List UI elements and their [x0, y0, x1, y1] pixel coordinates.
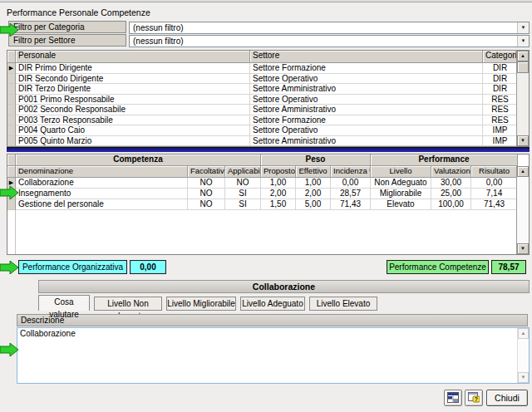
performance-organizzativa-label: Performance Organizzativa: [18, 260, 127, 274]
cell-settore: Settore Operativo: [250, 74, 483, 85]
cell-personale: DIR Terzo Dirigente: [16, 84, 250, 95]
cell-categoria: IMP: [483, 125, 518, 136]
cell-categoria: DIR: [483, 74, 518, 85]
description-textarea[interactable]: Collaborazione ▲ ▼: [17, 327, 530, 384]
description-text: Collaborazione: [20, 329, 76, 338]
table-row[interactable]: DIR Secondo Dirigente Settore Operativo …: [7, 74, 529, 85]
scroll-up-icon[interactable]: ▲: [517, 166, 529, 177]
cell-categoria: RES: [483, 105, 518, 115]
cell-settore: Settore Amministrativo: [250, 136, 483, 147]
cell-personale: P004 Quarto Caio: [16, 125, 250, 136]
description-scrollbar[interactable]: ▲ ▼: [517, 328, 529, 383]
table-empty-area: [7, 210, 529, 254]
table-row[interactable]: P002 Secondo Responsabile Settore Ammini…: [7, 105, 529, 115]
column-header-personale: Personale: [16, 51, 250, 63]
cell-categoria: RES: [483, 95, 518, 105]
cell-proposto: 1,50: [261, 199, 296, 210]
table-row[interactable]: ▶ Collaborazione NO NO 1,00 1,00 0,00 No…: [7, 178, 529, 189]
table-row[interactable]: P003 Terzo Responsabile Settore Formazio…: [7, 115, 529, 126]
cell-categoria: RES: [483, 115, 518, 126]
table-row[interactable]: P005 Quinto Marzio Settore Amministrativ…: [7, 136, 529, 147]
cell-personale: DIR Secondo Dirigente: [16, 74, 250, 85]
cell-denominazione: Insegnamento: [16, 189, 188, 199]
cell-livello: Migliorabile: [371, 189, 431, 199]
table-row[interactable]: Insegnamento NO SI 2,00 2,00 28,57 Migli…: [7, 189, 529, 199]
scrollbar-thumb[interactable]: [517, 61, 529, 73]
table-row[interactable]: ▶ DIR Primo Dirigente Settore Formazione…: [7, 63, 529, 74]
scroll-down-icon[interactable]: ▼: [517, 135, 529, 146]
cell-applicabile: SI: [225, 199, 261, 210]
competence-table-scrollbar[interactable]: ▲ ▼: [516, 166, 529, 254]
column-header-categoria: Categoria: [483, 51, 518, 63]
tab-cosa-valutare[interactable]: Cosa valutare: [38, 295, 90, 311]
section-separator: [7, 147, 530, 152]
scroll-down-icon[interactable]: ▼: [517, 243, 529, 254]
tab-livello-non-adeguato[interactable]: Livello Non adeguato: [94, 297, 162, 311]
column-header-applicabile: Applicabile: [225, 166, 261, 178]
annotation-arrow: [0, 23, 19, 37]
chevron-down-icon[interactable]: ▼: [517, 22, 529, 33]
cell-incidenza: 0,00: [331, 178, 371, 189]
cell-settore: Settore Formazione: [250, 63, 483, 74]
personnel-table-scrollbar[interactable]: ▲ ▼: [516, 51, 529, 146]
tab-livello-elevato[interactable]: Livello Elevato: [309, 297, 377, 311]
selector-header-cell: [7, 166, 16, 178]
cell-settore: Settore Formazione: [250, 115, 483, 126]
grid-icon: [447, 392, 459, 403]
cell-livello: Elevato: [371, 199, 431, 210]
column-header-settore: Settore: [250, 51, 483, 63]
cell-facoltativo: NO: [188, 189, 225, 199]
selector-header-cell: [7, 51, 16, 63]
competence-table: Competenza Peso Performance Denominazion…: [7, 154, 530, 255]
cell-valutazione: 25,00: [431, 189, 471, 199]
cell-facoltativo: NO: [188, 178, 225, 189]
filter-settore-label: Filtro per Settore: [8, 34, 126, 47]
table-row[interactable]: P004 Quarto Caio Settore Operativo IMP: [7, 125, 529, 136]
cell-personale: P003 Terzo Responsabile: [16, 115, 250, 126]
cell-categoria: DIR: [483, 63, 518, 74]
cell-risultato: 71,43: [471, 199, 518, 210]
cell-settore: Settore Operativo: [250, 125, 483, 136]
cell-settore: Settore Amministrativo: [250, 84, 483, 95]
tab-livello-migliorabile[interactable]: Livello Migliorabile: [166, 297, 236, 311]
cell-facoltativo: NO: [188, 199, 225, 210]
scroll-up-icon[interactable]: ▲: [518, 328, 529, 339]
cell-personale: P005 Quinto Marzio: [16, 136, 250, 147]
column-header-valutazione: Valutazione: [431, 166, 471, 178]
cell-valutazione: 100,00: [431, 199, 471, 210]
column-header-risultato: Risultato: [471, 166, 518, 178]
filter-categoria-combobox[interactable]: (nessun filtro) ▼: [129, 22, 530, 34]
window-top-edge: [0, 0, 532, 2]
detail-section-header: Collaborazione: [38, 280, 530, 293]
group-header-peso: Peso: [261, 154, 371, 166]
chevron-down-icon[interactable]: ▼: [517, 36, 529, 47]
cell-denominazione: Gestione del personale: [16, 199, 188, 210]
row-selector-marker-icon: ▶: [7, 63, 15, 73]
grid-report-button[interactable]: [444, 390, 462, 406]
cell-categoria: DIR: [483, 84, 518, 95]
table-row[interactable]: Gestione del personale NO SI 1,50 5,00 7…: [7, 199, 529, 210]
cell-personale: DIR Primo Dirigente: [16, 63, 250, 74]
cell-applicabile: SI: [225, 189, 261, 199]
table-row[interactable]: DIR Terzo Dirigente Settore Amministrati…: [7, 84, 529, 95]
cell-denominazione: Collaborazione: [16, 178, 188, 189]
help-button[interactable]: ?: [465, 390, 483, 406]
filter-categoria-value: (nessun filtro): [133, 23, 184, 32]
annotation-arrow: [0, 186, 19, 199]
cell-risultato: 7,14: [471, 189, 518, 199]
scroll-down-icon[interactable]: ▼: [518, 372, 529, 383]
tab-livello-adeguato[interactable]: Livello Adeguato: [240, 297, 305, 311]
cell-incidenza: 71,43: [331, 199, 371, 210]
scroll-up-icon[interactable]: ▲: [517, 51, 529, 61]
performance-organizzativa-value: 0,00: [130, 260, 166, 274]
table-row[interactable]: P001 Primo Responsabile Settore Operativ…: [7, 95, 529, 105]
filter-settore-combobox[interactable]: (nessun filtro) ▼: [129, 35, 530, 47]
group-header-performance: Performance: [371, 154, 518, 166]
cell-personale: P002 Secondo Responsabile: [16, 105, 250, 115]
chiudi-button[interactable]: Chiudi: [486, 390, 528, 406]
cell-effettivo: 1,00: [296, 178, 331, 189]
group-header-competenza: Competenza: [16, 154, 261, 166]
performance-competenze-value: 78,57: [491, 260, 526, 274]
cell-categoria: IMP: [483, 136, 518, 147]
personnel-table: Personale Settore Categoria ▶ DIR Primo …: [7, 50, 530, 147]
